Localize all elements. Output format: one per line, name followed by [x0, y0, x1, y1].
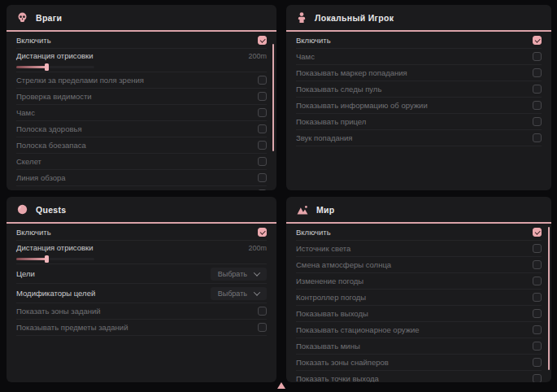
select-dropdown[interactable]: Выбрать	[211, 287, 267, 300]
checkbox[interactable]	[258, 157, 267, 166]
checkbox[interactable]	[258, 108, 267, 117]
setting-label: Показывать выходы	[296, 309, 368, 318]
checkbox[interactable]	[533, 101, 542, 110]
checkbox[interactable]	[533, 68, 542, 77]
setting-row: Показывать следы пуль	[16, 186, 267, 190]
slider[interactable]	[16, 255, 94, 263]
checkbox[interactable]	[258, 307, 267, 316]
setting-row: Показывать прицел	[296, 114, 542, 130]
setting-label: Чамс	[16, 108, 35, 117]
setting-label: Цели	[16, 269, 35, 278]
slider-fill	[16, 66, 47, 68]
checkbox[interactable]	[258, 228, 267, 237]
setting-label: Показывать предметы заданий	[16, 323, 128, 332]
setting-row: Показывать стационарное оружие	[296, 322, 542, 338]
checkbox[interactable]	[258, 124, 267, 133]
checkbox[interactable]	[258, 36, 267, 45]
checkbox[interactable]	[533, 293, 542, 302]
setting-row: Дистанция отрисовки200m	[16, 241, 267, 264]
panel-quests: Quests ВключитьДистанция отрисовки200mЦе…	[7, 197, 276, 382]
panel-world: Мир ВключитьИсточник светаСмена атмосфер…	[286, 197, 551, 382]
slider-knob[interactable]	[45, 255, 49, 263]
checkbox[interactable]	[533, 228, 542, 237]
select-value: Выбрать	[218, 270, 247, 278]
chevron-down-icon	[254, 269, 260, 276]
setting-label: Полоска боезапаса	[16, 141, 86, 150]
setting-label: Модификаторы целей	[16, 289, 95, 298]
checkbox[interactable]	[258, 323, 267, 332]
checkbox[interactable]	[258, 92, 267, 101]
checkbox[interactable]	[258, 141, 267, 150]
setting-row: Полоска боезапаса	[16, 137, 267, 154]
checkbox[interactable]	[533, 52, 542, 61]
setting-label: Источник света	[296, 244, 350, 253]
slider-knob[interactable]	[45, 63, 49, 71]
setting-label: Включить	[296, 228, 331, 237]
setting-label: Звук попадания	[296, 133, 353, 142]
panel-title: Локальный Игрок	[315, 13, 394, 23]
person-icon	[297, 12, 307, 23]
setting-row: Включить	[296, 224, 542, 241]
checkbox[interactable]	[258, 173, 267, 182]
chevron-down-icon	[254, 289, 260, 295]
checkbox[interactable]	[533, 117, 542, 126]
setting-row: Показать точки выхода	[296, 371, 542, 382]
scrollbar-thumb[interactable]	[272, 44, 275, 151]
setting-row: Изменение погоды	[296, 273, 542, 290]
setting-label: Дистанция отрисовки	[16, 243, 93, 252]
checkbox[interactable]	[533, 342, 542, 351]
scrollbar-thumb[interactable]	[548, 227, 550, 370]
setting-label: Стрелки за пределами поля зрения	[16, 76, 144, 85]
slider-fill	[16, 258, 47, 260]
setting-row: ЦелиВыбрать	[16, 264, 267, 284]
setting-label: Показывать стационарное оружие	[296, 325, 420, 334]
setting-label: Полоска здоровья	[16, 124, 82, 133]
setting-row: Скелет	[16, 154, 267, 170]
checkbox[interactable]	[533, 358, 542, 367]
checkbox[interactable]	[258, 189, 267, 190]
setting-row: Линия обзора	[16, 170, 267, 186]
setting-label: Включить	[16, 36, 51, 45]
setting-row: Стрелки за пределами поля зрения	[16, 72, 267, 89]
skull-icon	[17, 12, 28, 23]
setting-label: Включить	[16, 228, 51, 237]
panel-header: Локальный Игрок	[286, 5, 551, 32]
checkbox[interactable]	[533, 325, 542, 334]
slider-value: 200m	[248, 244, 267, 252]
panel-header: Враги	[7, 5, 276, 32]
setting-label: Показывать прицел	[296, 117, 366, 126]
panel-title: Враги	[36, 13, 62, 23]
checkbox[interactable]	[533, 85, 542, 94]
setting-label: Показывать следы пуль	[296, 85, 381, 94]
checkbox[interactable]	[533, 309, 542, 318]
setting-label: Показать зоны снайперов	[296, 358, 389, 367]
setting-label: Показывать маркер попадания	[296, 68, 407, 77]
setting-label: Контроллер погоды	[296, 293, 366, 302]
setting-row: Включить	[16, 33, 267, 49]
select-dropdown[interactable]: Выбрать	[211, 268, 267, 281]
setting-row: Показывать мины	[296, 338, 542, 355]
setting-label: Показать точки выхода	[296, 374, 379, 382]
checkbox[interactable]	[533, 374, 542, 382]
checkbox[interactable]	[533, 260, 542, 269]
setting-row: Показывать предметы заданий	[16, 320, 267, 336]
checkbox[interactable]	[533, 133, 542, 142]
panel-title: Quests	[36, 205, 66, 215]
setting-label: Скелет	[16, 157, 41, 166]
setting-row: Полоска здоровья	[16, 121, 267, 137]
slider[interactable]	[16, 63, 94, 71]
checkbox[interactable]	[258, 76, 267, 85]
setting-row: Показывать маркер попадания	[296, 65, 542, 81]
checkbox[interactable]	[533, 277, 542, 285]
setting-label: Показывать следы пуль	[16, 189, 102, 190]
setting-row: Показать зоны снайперов	[296, 355, 542, 371]
circle-icon	[17, 204, 28, 215]
setting-row: Звук попадания	[296, 130, 542, 146]
setting-row: Смена атмосферы солнца	[296, 257, 542, 273]
setting-label: Включить	[296, 36, 331, 45]
cheat-menu-screen: Враги ВключитьДистанция отрисовки200mСтр…	[0, 0, 557, 392]
setting-row: Дистанция отрисовки200m	[16, 49, 267, 72]
checkbox[interactable]	[533, 244, 542, 253]
setting-row: Контроллер погоды	[296, 290, 542, 306]
checkbox[interactable]	[533, 36, 542, 45]
